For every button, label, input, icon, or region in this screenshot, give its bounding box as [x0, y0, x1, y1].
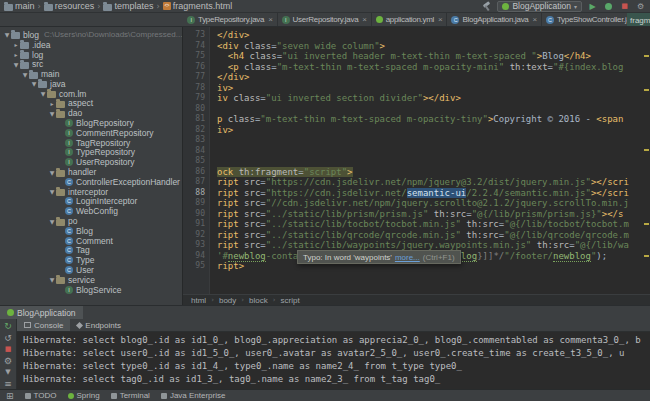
code-line[interactable]: 89ript src="//cdn.jsdelivr.net/npm/jquer…: [183, 198, 650, 209]
editor-tab[interactable]: CBlogApplication.java×: [447, 13, 541, 26]
tree-item[interactable]: ICommentRepository: [0, 128, 182, 138]
tree-expanded-arrow-icon[interactable]: ▼: [39, 90, 47, 97]
tree-expanded-arrow-icon[interactable]: ▼: [30, 80, 38, 87]
breadcrumb-script[interactable]: script: [281, 296, 300, 305]
toolwindow-button-spring[interactable]: Spring: [68, 391, 100, 400]
code-line[interactable]: 77</div>: [183, 72, 650, 83]
code-line[interactable]: 82iv>: [183, 125, 650, 136]
settings-button[interactable]: ⚙: [3, 356, 14, 367]
tree-expanded-arrow-icon[interactable]: ▼: [48, 110, 56, 117]
breadcrumb-html[interactable]: html: [191, 296, 206, 305]
tree-item[interactable]: CLoginInterceptor: [0, 197, 182, 207]
code-line[interactable]: 73</div>: [183, 30, 650, 41]
tree-collapsed-arrow-icon[interactable]: ▸: [12, 51, 20, 58]
code-line[interactable]: 91ript src="../static/lib/tocbot/tocbot.…: [183, 219, 650, 230]
code-line[interactable]: 79iv class="ui inverted section divider"…: [183, 93, 650, 104]
code-line[interactable]: 87ript src="https://cdn.jsdelivr.net/npm…: [183, 177, 650, 188]
tree-item[interactable]: ▸.idea: [0, 40, 182, 50]
soft-wrap-button[interactable]: ≡: [3, 379, 14, 390]
editor-tab-selected[interactable]: fragments.html: [627, 13, 650, 27]
error-stripe[interactable]: [643, 27, 650, 294]
tree-expanded-arrow-icon[interactable]: ▼: [3, 31, 11, 38]
toolwindow-switcher-icon[interactable]: ⊞: [6, 391, 14, 401]
breadcrumb-item[interactable]: templates: [103, 1, 153, 11]
tree-item[interactable]: IBlogRepository: [0, 118, 182, 128]
tree-item[interactable]: ▼service: [0, 275, 182, 285]
stop-button[interactable]: ■: [3, 344, 14, 355]
code-line[interactable]: 75 <h4 class="ui inverted header m-text-…: [183, 51, 650, 62]
tree-item[interactable]: CUser: [0, 265, 182, 275]
rerun-failed-button[interactable]: ↺: [3, 333, 14, 344]
tree-expanded-arrow-icon[interactable]: ▼: [48, 218, 56, 225]
breadcrumb-body[interactable]: body: [219, 296, 236, 305]
code-line[interactable]: 93ript src="../static/lib/waypoints/jque…: [183, 240, 650, 251]
close-tab-icon[interactable]: ×: [362, 15, 366, 24]
run-configuration-select[interactable]: BlogApplication ▾: [497, 1, 582, 12]
tree-item[interactable]: ▼java: [0, 79, 182, 89]
tree-item[interactable]: ▼src: [0, 59, 182, 69]
settings-icon[interactable]: ⚙: [635, 1, 646, 12]
toolwindow-button-terminal[interactable]: Terminal: [111, 391, 150, 400]
tree-item[interactable]: CComment: [0, 236, 182, 246]
collapse-button[interactable]: ▼: [3, 367, 14, 378]
code-line[interactable]: 83: [183, 135, 650, 146]
tree-item[interactable]: IUserRepository: [0, 157, 182, 167]
tree-item[interactable]: ▸aspect: [0, 99, 182, 109]
tree-item[interactable]: ITypeRepository: [0, 148, 182, 158]
editor-tab[interactable]: IUserRepository.java×: [278, 13, 372, 26]
rerun-button[interactable]: ↻: [3, 321, 14, 332]
breadcrumb-item[interactable]: resources: [44, 1, 95, 11]
tree-expanded-arrow-icon[interactable]: ▼: [21, 71, 29, 78]
code-line[interactable]: 80: [183, 104, 650, 115]
code-line[interactable]: 86ock th:fragment="script">: [183, 167, 650, 178]
console-output[interactable]: Hibernate: select blog0_.id as id1_0_, b…: [17, 332, 650, 389]
tree-item[interactable]: CControllerExceptionHandler: [0, 177, 182, 187]
tree-item[interactable]: ▼dao: [0, 108, 182, 118]
tree-item[interactable]: ▼com.lm: [0, 89, 182, 99]
tree-item[interactable]: CBlog: [0, 226, 182, 236]
code-line[interactable]: 78iv>: [183, 83, 650, 94]
breadcrumb-item[interactable]: main: [4, 1, 35, 11]
breadcrumb-block[interactable]: block: [249, 296, 268, 305]
tree-item[interactable]: ITagRepository: [0, 138, 182, 148]
run-toolwindow-tab[interactable]: BlogApplication: [0, 306, 83, 319]
tree-item[interactable]: ▼interceptor: [0, 187, 182, 197]
breadcrumb-item[interactable]: <>fragments.html: [163, 1, 233, 11]
tree-expanded-arrow-icon[interactable]: ▼: [48, 276, 56, 283]
tab-endpoints[interactable]: Endpoints: [70, 319, 128, 331]
tree-collapsed-arrow-icon[interactable]: ▸: [48, 100, 56, 107]
tree-item[interactable]: ▼handler: [0, 167, 182, 177]
code-line[interactable]: 76 <p class="m-text-thin m-text-spaced m…: [183, 62, 650, 73]
close-tab-icon[interactable]: ×: [268, 15, 272, 24]
tree-item[interactable]: CType: [0, 255, 182, 265]
run-button[interactable]: ▶: [587, 1, 598, 12]
code-line[interactable]: 74<div class="seven wide column">: [183, 41, 650, 52]
tree-item[interactable]: ▼blogC:\Users\no\Downloads\Compressed...: [0, 30, 182, 40]
tree-expanded-arrow-icon[interactable]: ▼: [48, 188, 56, 195]
code-line[interactable]: 85: [183, 156, 650, 167]
tree-collapsed-arrow-icon[interactable]: ▸: [12, 41, 20, 48]
editor-tab[interactable]: application.yml×: [372, 13, 448, 26]
tooltip-more-link[interactable]: more...: [395, 253, 420, 262]
debug-button[interactable]: [603, 1, 614, 12]
tree-expanded-arrow-icon[interactable]: ▼: [12, 61, 20, 68]
tree-item[interactable]: CWebConfig: [0, 206, 182, 216]
code-line[interactable]: 88ript src="https://cdn.jsdelivr.net/sem…: [183, 188, 650, 199]
tree-item[interactable]: IBlogService: [0, 285, 182, 295]
code-line[interactable]: 90ript src="../static/lib/prism/prism.js…: [183, 209, 650, 220]
code-line[interactable]: 84: [183, 146, 650, 157]
editor-tab[interactable]: ITypeRepository.java×: [183, 13, 278, 26]
build-hammer-icon[interactable]: [482, 1, 492, 11]
close-tab-icon[interactable]: ×: [438, 15, 442, 24]
code-line[interactable]: 81p class="m-text-thin m-text-spaced m-o…: [183, 114, 650, 125]
tab-console[interactable]: Console: [17, 319, 70, 331]
stop-button[interactable]: ■: [619, 1, 630, 12]
close-tab-icon[interactable]: ×: [533, 15, 537, 24]
tree-item[interactable]: ▸log: [0, 50, 182, 60]
tree-item[interactable]: ▼po: [0, 216, 182, 226]
tree-item[interactable]: ▼main: [0, 69, 182, 79]
code-line[interactable]: 92ript src="../static/lib/qrcode/qrcode.…: [183, 230, 650, 241]
tree-expanded-arrow-icon[interactable]: ▼: [48, 169, 56, 176]
toolwindow-button-todo[interactable]: TODO: [25, 391, 57, 400]
toolwindow-button-java-enterprise[interactable]: Java Enterprise: [161, 391, 226, 400]
